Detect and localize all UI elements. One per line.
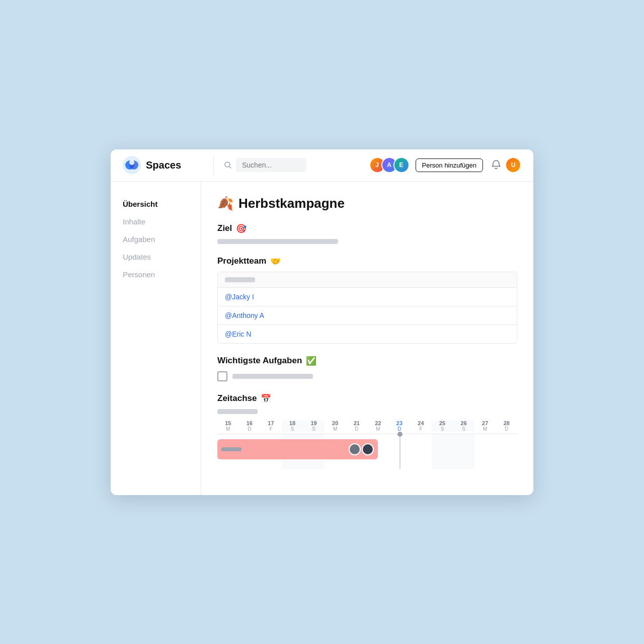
ziel-placeholder-line bbox=[217, 239, 338, 244]
sidebar-item-updates[interactable]: Updates bbox=[121, 249, 191, 265]
timeline-col-27: 27M bbox=[474, 420, 496, 432]
timeline-col-26: 26S bbox=[453, 420, 474, 432]
topbar-divider bbox=[213, 155, 214, 175]
search-input[interactable] bbox=[236, 158, 306, 172]
sidebar-item-inhalte[interactable]: Inhalte bbox=[121, 213, 191, 230]
team-row-header bbox=[218, 272, 517, 288]
team-header-placeholder bbox=[225, 277, 255, 282]
logo-area: Spaces bbox=[123, 156, 213, 174]
timeline-task-bar bbox=[217, 439, 378, 459]
timeline-col-19: 19S bbox=[303, 420, 325, 432]
today-dot bbox=[397, 432, 403, 437]
timeline-grid: 15M16D17F18S19S20M21D22M23D24F25S26S27M2… bbox=[217, 420, 517, 469]
timeline-col-21: 21D bbox=[346, 420, 367, 432]
section-ziel: Ziel 🎯 bbox=[217, 223, 517, 244]
aufgaben-emoji: ✅ bbox=[306, 356, 316, 366]
task-placeholder-1 bbox=[232, 374, 313, 379]
section-zeitachse-header: Zeitachse 📅 bbox=[217, 393, 517, 404]
team-member-jacky[interactable]: @Jacky I bbox=[218, 288, 517, 306]
timeline-col-18: 18S bbox=[282, 420, 303, 432]
section-projektteam-title: Projektteam bbox=[217, 256, 266, 266]
timeline-col-17: 17F bbox=[260, 420, 282, 432]
weekend-shade bbox=[453, 434, 474, 469]
task-checkbox-1[interactable] bbox=[217, 371, 227, 381]
ziel-emoji: 🎯 bbox=[236, 223, 247, 234]
team-member-eric[interactable]: @Eric N bbox=[218, 325, 517, 343]
timeline-col-22: 22M bbox=[367, 420, 389, 432]
zeitachse-top-placeholder bbox=[217, 409, 258, 414]
timeline-col-25: 25S bbox=[432, 420, 453, 432]
projektteam-emoji: 🤝 bbox=[270, 256, 281, 267]
timeline-avatar-0 bbox=[349, 443, 361, 455]
page-title: Herbstkampagne bbox=[238, 196, 345, 211]
section-ziel-title: Ziel bbox=[217, 223, 232, 233]
content-area: 🍂 Herbstkampagne Ziel 🎯 Projektteam 🤝 bbox=[201, 182, 533, 495]
section-zeitachse: Zeitachse 📅 15M16D17F18S19S20M21D22M23D2… bbox=[217, 393, 517, 469]
timeline-avatar-1 bbox=[362, 443, 374, 455]
app-name: Spaces bbox=[146, 159, 181, 171]
page-title-area: 🍂 Herbstkampagne bbox=[217, 196, 517, 211]
section-aufgaben: Wichtigste Aufgaben ✅ bbox=[217, 356, 517, 381]
timeline-bar-label bbox=[221, 447, 242, 451]
search-icon bbox=[224, 161, 232, 169]
timeline-col-15: 15M bbox=[217, 420, 239, 432]
zeitachse-emoji: 📅 bbox=[261, 393, 271, 404]
avatar-group: J A E bbox=[369, 157, 410, 173]
section-projektteam: Projektteam 🤝 @Jacky I @Anthony A @Eric … bbox=[217, 256, 517, 344]
user-avatar[interactable]: U bbox=[505, 157, 521, 173]
team-table: @Jacky I @Anthony A @Eric N bbox=[217, 272, 517, 344]
topbar: Spaces J A E Person hinzufüg bbox=[111, 149, 533, 182]
sidebar: Übersicht Inhalte Aufgaben Updates Perso… bbox=[111, 182, 201, 495]
page-title-emoji: 🍂 bbox=[217, 196, 233, 211]
add-person-button[interactable]: Person hinzufügen bbox=[416, 158, 483, 172]
task-row-1 bbox=[217, 371, 517, 381]
section-zeitachse-title: Zeitachse bbox=[217, 393, 257, 404]
timeline-col-20: 20M bbox=[325, 420, 346, 432]
sidebar-item-personen[interactable]: Personen bbox=[121, 266, 191, 283]
sidebar-item-ubersicht[interactable]: Übersicht bbox=[121, 196, 191, 212]
timeline-dates-row: 15M16D17F18S19S20M21D22M23D24F25S26S27M2… bbox=[217, 420, 517, 432]
section-projektteam-header: Projektteam 🤝 bbox=[217, 256, 517, 267]
timeline-col-28: 28D bbox=[496, 420, 517, 432]
search-area bbox=[224, 158, 369, 172]
notifications-button[interactable] bbox=[489, 157, 503, 173]
timeline-body bbox=[217, 434, 517, 469]
weekend-shade bbox=[432, 434, 453, 469]
today-line bbox=[399, 434, 400, 469]
timeline-avatar-group bbox=[349, 443, 374, 455]
svg-point-3 bbox=[129, 160, 134, 165]
app-window: Spaces J A E Person hinzufüg bbox=[111, 149, 533, 495]
sidebar-item-aufgaben[interactable]: Aufgaben bbox=[121, 231, 191, 248]
svg-line-5 bbox=[229, 167, 231, 169]
section-ziel-header: Ziel 🎯 bbox=[217, 223, 517, 234]
spaces-logo-icon bbox=[123, 156, 141, 174]
team-member-anthony[interactable]: @Anthony A bbox=[218, 306, 517, 325]
timeline-col-16: 16D bbox=[239, 420, 261, 432]
bell-icon bbox=[491, 159, 501, 170]
avatar-3[interactable]: E bbox=[393, 157, 410, 173]
timeline-col-23: 23D bbox=[389, 420, 411, 432]
section-aufgaben-header: Wichtigste Aufgaben ✅ bbox=[217, 356, 517, 366]
main-body: Übersicht Inhalte Aufgaben Updates Perso… bbox=[111, 182, 533, 495]
section-aufgaben-title: Wichtigste Aufgaben bbox=[217, 356, 302, 366]
topbar-right: J A E Person hinzufügen U bbox=[369, 157, 521, 173]
timeline-col-24: 24F bbox=[410, 420, 432, 432]
